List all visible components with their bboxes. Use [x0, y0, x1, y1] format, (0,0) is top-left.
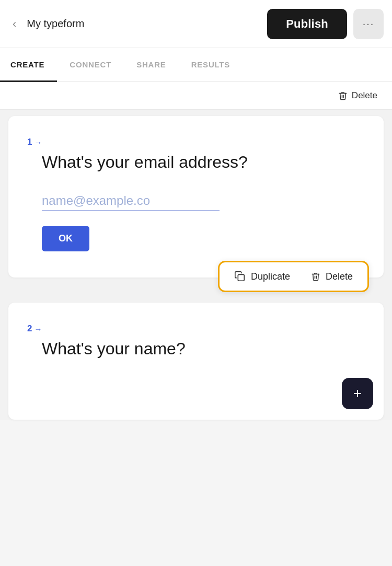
ok-button-wrapper: OK — [42, 226, 365, 251]
header-right: Publish ··· — [267, 9, 384, 39]
top-delete-button[interactable]: Delete — [338, 90, 377, 101]
question-text-1: What's your email address? — [42, 152, 365, 172]
add-question-button[interactable]: + — [342, 378, 373, 409]
publish-button[interactable]: Publish — [267, 9, 347, 39]
arrow-icon-2: → — [34, 325, 42, 333]
delete-button[interactable]: Delete — [311, 271, 353, 282]
main-content: Delete 1 → What's your email address? OK… — [0, 82, 392, 420]
email-input-wrapper — [42, 191, 365, 211]
email-input[interactable] — [42, 191, 220, 211]
question-card-2: 2 → What's your name? + — [8, 303, 384, 420]
more-button[interactable]: ··· — [353, 9, 384, 39]
tab-bar: CREATE CONNECT SHARE RESULTS — [0, 48, 392, 82]
question-number-2: 2 → — [27, 324, 365, 334]
app-header: ‹ My typeform Publish ··· — [0, 0, 392, 48]
duplicate-icon — [234, 271, 246, 282]
question-action-bar: Duplicate Delete — [218, 261, 369, 292]
ok-button[interactable]: OK — [42, 226, 89, 251]
tab-connect[interactable]: CONNECT — [57, 49, 124, 82]
trash-icon-action — [311, 272, 320, 281]
svg-rect-0 — [238, 274, 244, 281]
trash-icon — [338, 91, 348, 100]
tab-results[interactable]: RESULTS — [179, 49, 243, 82]
question-card-1: 1 → What's your email address? OK Duplic… — [8, 116, 384, 278]
tab-create[interactable]: CREATE — [0, 49, 57, 82]
back-button[interactable]: ‹ — [8, 16, 20, 32]
form-title: My typeform — [27, 18, 84, 30]
question-text-2: What's your name? — [42, 338, 365, 359]
duplicate-button[interactable]: Duplicate — [234, 271, 290, 282]
arrow-icon-1: → — [34, 138, 42, 147]
question-number-1: 1 → — [27, 137, 365, 147]
tab-share[interactable]: SHARE — [124, 49, 179, 82]
header-left: ‹ My typeform — [8, 16, 84, 32]
top-action-bar: Delete — [0, 82, 392, 110]
